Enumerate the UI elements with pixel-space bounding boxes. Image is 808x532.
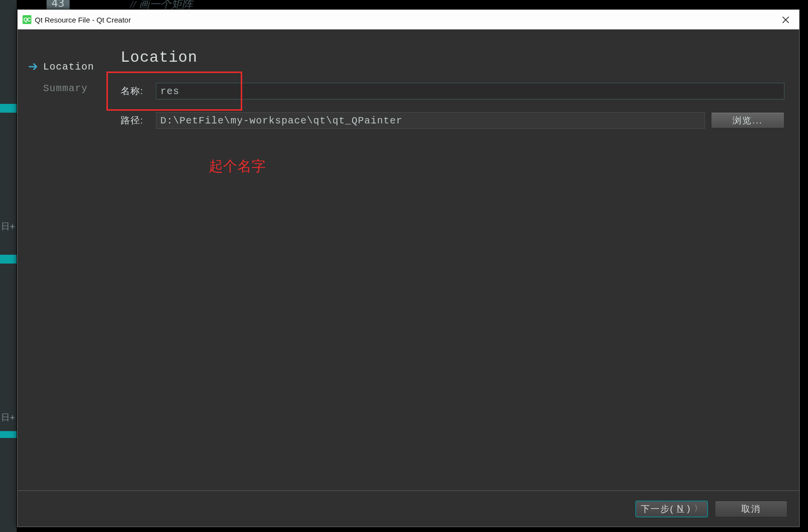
wizard-step-label: Summary: [43, 83, 88, 94]
gutter-fold-icon: 日+: [0, 220, 17, 230]
wizard-step-location[interactable]: Location: [27, 59, 115, 74]
qt-resource-file-dialog: QC Qt Resource File - Qt Creator Locatio…: [17, 9, 800, 527]
wizard-main-panel: Location 名称: 路径: 浏览... 起个名字: [115, 29, 799, 490]
path-input[interactable]: [156, 112, 705, 129]
annotation-text: 起个名字: [209, 157, 266, 176]
path-row: 路径: 浏览...: [121, 112, 784, 129]
window-title: Qt Resource File - Qt Creator: [35, 16, 131, 24]
editor-gutter: 日+ 日+: [0, 0, 17, 532]
wizard-step-label: Location: [43, 61, 94, 73]
chevron-right-icon: 〉: [694, 504, 703, 514]
path-label: 路径:: [121, 114, 156, 127]
wizard-button-bar: 下一步(N) 〉 取消: [18, 490, 799, 527]
name-row: 名称:: [121, 83, 784, 99]
next-button[interactable]: 下一步(N) 〉: [635, 501, 708, 517]
editor-line-number: 43: [47, 0, 70, 9]
page-heading: Location: [121, 49, 784, 66]
next-button-hotkey: N: [677, 504, 684, 514]
wizard-step-summary[interactable]: Summary: [27, 81, 115, 96]
cancel-button[interactable]: 取消: [715, 501, 787, 517]
titlebar[interactable]: QC Qt Resource File - Qt Creator: [18, 10, 799, 29]
gutter-mark: [0, 104, 17, 113]
browse-button[interactable]: 浏览...: [711, 113, 784, 128]
wizard-sidebar: Location Summary: [18, 29, 115, 490]
next-button-prefix: 下一步(: [641, 503, 674, 515]
next-button-suffix: ): [687, 504, 691, 514]
gutter-mark: [0, 255, 17, 264]
qt-creator-icon: QC: [23, 15, 31, 24]
gutter-mark: [0, 431, 17, 438]
dialog-body: Location Summary Location 名称: 路径: 浏览...: [18, 29, 799, 490]
close-button[interactable]: [772, 10, 799, 29]
name-label: 名称:: [121, 85, 156, 97]
name-input[interactable]: [156, 83, 784, 99]
gutter-fold-icon: 日+: [0, 411, 17, 421]
arrow-right-icon: [27, 63, 40, 71]
close-icon: [782, 16, 789, 24]
